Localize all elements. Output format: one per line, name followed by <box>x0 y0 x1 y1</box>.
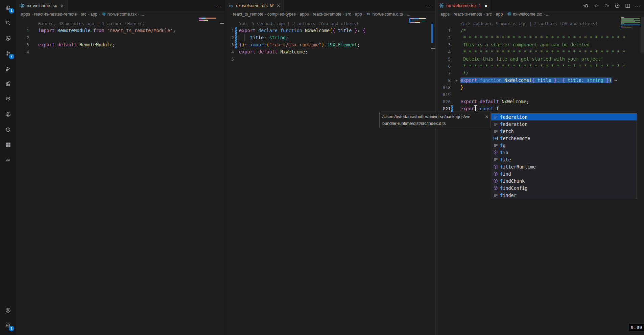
code-line[interactable]: 6 * * * * * * * * * * * * * * * * * * * … <box>436 63 644 70</box>
activity-source-control-icon[interactable]: 7 <box>0 46 16 61</box>
tab-close-icon[interactable]: ✕ <box>277 3 280 8</box>
suggest-item[interactable]: findConfig <box>491 184 637 192</box>
gutter-decorations <box>29 34 38 41</box>
code-line[interactable]: 1/* <box>436 27 644 34</box>
code-line[interactable]: 5 <box>225 55 435 63</box>
code-line[interactable]: 1export declare function NxWelcome({ tit… <box>225 27 435 34</box>
activity-badge: 7 <box>9 54 14 59</box>
breadcrumb-item[interactable]: react_ts_remote <box>233 12 263 17</box>
breadcrumb-item[interactable]: app <box>496 12 503 17</box>
code-line[interactable]: 5 Delete this file and get started with … <box>436 55 644 63</box>
activity-search-icon[interactable] <box>0 15 16 30</box>
more-actions-icon[interactable]: ··· <box>215 3 221 8</box>
breadcrumb-separator: › <box>483 12 485 16</box>
scrollbar-slider[interactable] <box>641 17 644 52</box>
tab-nx-welcome.d.ts[interactable]: TSnx-welcome.d.tsM✕ <box>225 0 284 11</box>
tab-close-icon[interactable]: ✕ <box>61 3 64 8</box>
breadcrumb-separator: › <box>98 12 100 16</box>
code-line[interactable]: 821export const f <box>436 105 644 112</box>
breadcrumb-item[interactable]: ... <box>546 12 549 17</box>
breadcrumb-item[interactable]: src <box>81 12 87 17</box>
activity-run-debug-icon[interactable] <box>0 61 16 76</box>
timeline-icon[interactable] <box>614 2 621 9</box>
code-line[interactable]: 3 This is a starter component and can be… <box>436 41 644 48</box>
suggest-item[interactable]: fg <box>491 142 637 149</box>
breadcrumb-item[interactable]: ... <box>407 12 410 17</box>
gutter-decorations <box>451 27 460 34</box>
tab-nx-welcome.tsx[interactable]: nx-welcome.tsx1● <box>436 0 491 11</box>
tooltip-close-icon[interactable]: ✕ <box>485 113 488 120</box>
breadcrumb-item[interactable]: TSnx-welcome.d.ts <box>366 12 403 17</box>
suggest-item[interactable]: findChunk <box>491 177 637 184</box>
code-line[interactable]: 1import RemoteModule from 'react_ts_remo… <box>16 27 225 34</box>
code-line[interactable]: 820export default NxWelcome; <box>436 98 644 105</box>
activity-extensions-icon[interactable] <box>0 76 16 91</box>
breadcrumb-item[interactable]: nx-welcome.tsx <box>101 11 137 17</box>
more-actions-icon[interactable]: ··· <box>426 3 432 8</box>
suggest-item[interactable]: find <box>491 170 637 177</box>
breadcrumb-item[interactable]: app <box>90 12 97 17</box>
prev-change-icon[interactable] <box>582 2 590 9</box>
next-change-icon[interactable] <box>603 2 611 9</box>
activity-project-grid-icon[interactable] <box>0 137 16 152</box>
suggest-item[interactable]: federation <box>491 113 637 120</box>
breadcrumb-item[interactable]: apps <box>21 12 30 17</box>
activity-explorer-icon[interactable]: 1 <box>0 0 16 15</box>
code-line[interactable]: 3}): import("react/jsx-runtime").JSX.Ele… <box>225 41 435 48</box>
breadcrumb-label: nx-welcome.tsx <box>108 12 137 17</box>
suggest-item[interactable]: fetch <box>491 128 637 135</box>
activity-todo-tree-icon[interactable] <box>0 91 16 107</box>
breadcrumb-item[interactable]: apps <box>300 12 309 17</box>
activity-nx-console-icon[interactable] <box>0 122 16 137</box>
code-line[interactable]: 3export default RemoteModule; <box>16 41 225 48</box>
code-line[interactable]: 2 <box>16 34 225 41</box>
react-file-icon <box>20 3 25 8</box>
git-modified-gutter-indicator <box>235 41 237 48</box>
activity-squiggle-icon[interactable] <box>0 152 16 168</box>
breadcrumb-item[interactable]: apps <box>440 12 450 17</box>
breadcrumb-item[interactable]: src <box>486 12 492 17</box>
suggest-item[interactable]: filterRuntime <box>491 163 637 170</box>
field-suggestion-icon <box>493 136 499 141</box>
suggest-item[interactable]: fetchRemote <box>491 135 637 142</box>
breadcrumb-label: apps <box>21 12 30 17</box>
code-line[interactable]: 7 */ <box>436 70 644 77</box>
activity-accounts-icon[interactable] <box>0 303 16 318</box>
tab-bar-right: nx-welcome.tsx1●··· <box>436 0 644 11</box>
minimap-mark <box>199 20 208 21</box>
code-line[interactable]: 2 title: string; <box>225 34 435 41</box>
code-line[interactable]: 819 <box>436 91 644 98</box>
breadcrumb-item[interactable]: compiled-types <box>267 12 296 17</box>
breadcrumb-item[interactable]: ... <box>141 12 144 17</box>
breadcrumb-item[interactable]: react-ts-nested-remote <box>34 12 77 17</box>
breadcrumb-separator: › <box>363 12 365 16</box>
breadcrumb-item[interactable]: app <box>355 12 362 17</box>
breadcrumb-item[interactable]: nx-welcome.tsx <box>507 11 542 17</box>
activity-settings-icon[interactable]: 1 <box>0 318 16 333</box>
more-actions-icon[interactable]: ··· <box>635 3 641 8</box>
activity-gitlens-icon[interactable] <box>0 30 16 46</box>
code-content: export default NxWelcome; <box>460 98 644 105</box>
breadcrumb-label: compiled-types <box>267 12 296 17</box>
code-content: export const f <box>460 105 644 112</box>
code-line[interactable]: 818} <box>436 84 644 91</box>
breadcrumb-item[interactable]: react-ts-remote <box>454 12 482 17</box>
code-content <box>460 91 644 98</box>
fold-chevron-icon[interactable] <box>455 77 458 85</box>
breadcrumb-item[interactable]: src <box>345 12 351 17</box>
code-line[interactable]: 4 * * * * * * * * * * * * * * * * * * * … <box>436 48 644 55</box>
suggest-item[interactable]: file <box>491 156 637 163</box>
suggest-item[interactable]: federation <box>491 120 637 128</box>
suggest-item[interactable]: finder <box>491 192 637 199</box>
split-editor-icon[interactable] <box>624 2 631 9</box>
breadcrumb-item[interactable]: react-ts-remote <box>313 12 341 17</box>
code-line[interactable]: 4export default NxWelcome; <box>225 48 435 55</box>
code-line[interactable]: 8export function NxWelcome({ title }: { … <box>436 77 644 84</box>
line-number: 7 <box>436 70 451 77</box>
change-icon[interactable] <box>593 2 600 9</box>
code-line[interactable]: 4 <box>16 48 225 55</box>
code-line[interactable]: 2 * * * * * * * * * * * * * * * * * * * … <box>436 34 644 41</box>
suggest-item[interactable]: fib <box>491 149 637 156</box>
activity-git-graph-icon[interactable] <box>0 107 16 122</box>
tab-nx-welcome.tsx[interactable]: nx-welcome.tsx✕ <box>16 0 68 11</box>
